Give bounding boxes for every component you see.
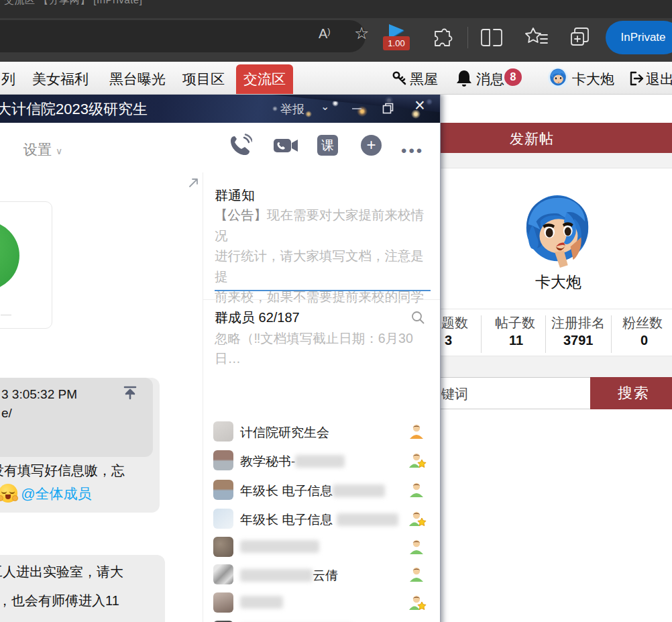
- member-avatar: [213, 450, 233, 470]
- nav-item[interactable]: 美女福利: [32, 70, 89, 89]
- member-row[interactable]: 年级长 电子信息: [209, 480, 431, 504]
- message-text: 改 @全体成员: [0, 484, 91, 503]
- member-level-admin-icon: [408, 452, 427, 469]
- chat-bubble: 3 3:05:32 PM e/ 没有填写好信息嗷，忘 改: [0, 378, 160, 513]
- qq-titlebar[interactable]: 大计信院2023级研究生 举报 ⌄ ×: [0, 94, 440, 123]
- pin-to-top-icon[interactable]: [122, 384, 138, 401]
- member-level-icon: [408, 481, 425, 499]
- member-row[interactable]: 教学秘书-: [209, 450, 431, 474]
- logout-icon: [628, 70, 644, 87]
- screen: 发新帖 卡大炮 主题数 3 帖子数 11 注册排名: [0, 0, 672, 622]
- course-icon[interactable]: 课: [317, 135, 338, 156]
- member-row[interactable]: 云倩: [209, 564, 431, 588]
- divider: [203, 172, 203, 622]
- divider: [611, 315, 612, 353]
- read-aloud-icon[interactable]: A): [319, 26, 331, 42]
- message-text: 工人进出实验室，请大: [0, 563, 123, 581]
- bell-icon: [455, 69, 473, 88]
- member-row[interactable]: 年级长 电子信息: [209, 509, 431, 533]
- nav-item[interactable]: 项目区: [182, 70, 225, 89]
- crying-emoji: [0, 484, 17, 503]
- nav-item[interactable]: 黑台曝光: [109, 70, 166, 89]
- member-level-owner-icon: [408, 423, 425, 440]
- nav-item-clipped[interactable]: 列: [1, 70, 15, 89]
- group-notice-text[interactable]: 【公告】现在需要对大家提前来校情况进行统计，请大家填写文档，注意是提前来校，如果…: [215, 205, 433, 369]
- green-file-icon: [0, 221, 19, 291]
- divider: [545, 315, 546, 353]
- member-avatar: [213, 537, 233, 557]
- stat-value: 3: [445, 333, 452, 348]
- link-preview-card[interactable]: [0, 201, 52, 329]
- minimize-icon[interactable]: [352, 108, 361, 109]
- divider: [481, 315, 482, 353]
- nav-username[interactable]: 卡大炮: [572, 70, 614, 89]
- stat-label: 帖子数: [495, 314, 535, 332]
- stat-label: 粉丝数: [622, 314, 663, 332]
- quote-text: 3 3:05:32 PM: [1, 387, 77, 402]
- stat-value: 0: [640, 333, 648, 348]
- split-screen-icon[interactable]: [480, 28, 503, 48]
- new-post-button[interactable]: 发新帖: [510, 129, 554, 148]
- chevron-down-icon: ∨: [56, 146, 62, 156]
- band: [402, 356, 672, 377]
- message-text: 没有填写好信息嗷，忘: [0, 462, 125, 480]
- profile-avatar[interactable]: [518, 191, 597, 270]
- mention-all-link[interactable]: @全体成员: [21, 486, 91, 501]
- favorite-star-icon[interactable]: ☆: [354, 23, 369, 43]
- stat-value: 3791: [563, 333, 594, 348]
- message-text: ，也会有师傅进入11: [0, 592, 119, 610]
- nav-messages-link[interactable]: 消息: [476, 70, 504, 89]
- forum-nav-bar: 列 美女福利 黑台曝光 项目区 交流区 黑屋 消息 8 卡大炮: [0, 62, 672, 95]
- member-level-icon: [408, 538, 425, 556]
- inprivate-button[interactable]: InPrivate: [606, 21, 672, 54]
- divider: [203, 299, 440, 300]
- nav-logout-link[interactable]: 退出: [646, 70, 672, 89]
- profile-name: 卡大炮: [439, 272, 672, 293]
- member-count-header: 群成员 62/187: [215, 309, 300, 327]
- qq-toolbar: 设置∨ 课 + •••: [0, 123, 440, 173]
- notice-tag: 【公告】: [215, 207, 267, 222]
- stat-label: 注册排名: [551, 314, 605, 332]
- user-avatar[interactable]: [548, 68, 568, 88]
- qq-body: 9 PM 3 3:05:32 PM e/ 没有填写好信息嗷，忘 改: [0, 172, 440, 622]
- browser-tab-title[interactable]: 交流区 【分享网】 [InPrivate]: [4, 0, 142, 7]
- settings-menu[interactable]: 设置∨: [23, 140, 62, 159]
- collapse-panel-icon[interactable]: [188, 176, 200, 189]
- chevron-down-icon[interactable]: ⌄: [321, 100, 329, 113]
- video-call-icon[interactable]: [272, 134, 299, 158]
- member-row[interactable]: [209, 592, 431, 617]
- divider: [1, 315, 11, 315]
- collections-add-icon[interactable]: [569, 26, 592, 49]
- member-level-icon: [408, 566, 425, 583]
- divider: [467, 27, 468, 48]
- member-avatar: [213, 509, 233, 529]
- search-input-text: 键词: [441, 385, 468, 403]
- add-icon[interactable]: +: [361, 135, 382, 156]
- extensions-puzzle-icon[interactable]: [431, 27, 454, 50]
- more-icon[interactable]: •••: [401, 142, 424, 160]
- browser-tab-strip: 交流区 【分享网】 [InPrivate]: [0, 0, 672, 18]
- qq-window-title: 大计信院2023级研究生: [0, 99, 148, 119]
- band: [402, 153, 672, 168]
- group-notice-title: 群通知: [215, 187, 255, 205]
- qq-group-window: 大计信院2023级研究生 举报 ⌄ × 设置∨ 课 +: [0, 94, 441, 622]
- search-button[interactable]: 搜索: [590, 377, 672, 409]
- member-avatar: [213, 592, 233, 613]
- close-icon[interactable]: ×: [414, 95, 425, 116]
- divider: [409, 309, 672, 309]
- report-button[interactable]: 举报: [280, 101, 304, 117]
- member-row[interactable]: 计信院研究生会: [209, 421, 431, 446]
- nav-blackroom-link[interactable]: 黑屋: [410, 70, 438, 89]
- member-avatar: [213, 564, 233, 584]
- nav-item-active[interactable]: 交流区: [236, 64, 293, 94]
- key-icon: [392, 70, 408, 87]
- maximize-icon[interactable]: [382, 103, 394, 114]
- address-bar[interactable]: [0, 20, 366, 52]
- stat-value: 11: [509, 333, 523, 348]
- voice-call-icon[interactable]: [228, 134, 252, 158]
- member-level-admin-icon: [408, 594, 427, 611]
- quote-text: e/: [1, 406, 12, 421]
- search-icon[interactable]: [410, 310, 425, 325]
- member-row[interactable]: [209, 537, 431, 561]
- favorites-list-icon[interactable]: [524, 27, 549, 48]
